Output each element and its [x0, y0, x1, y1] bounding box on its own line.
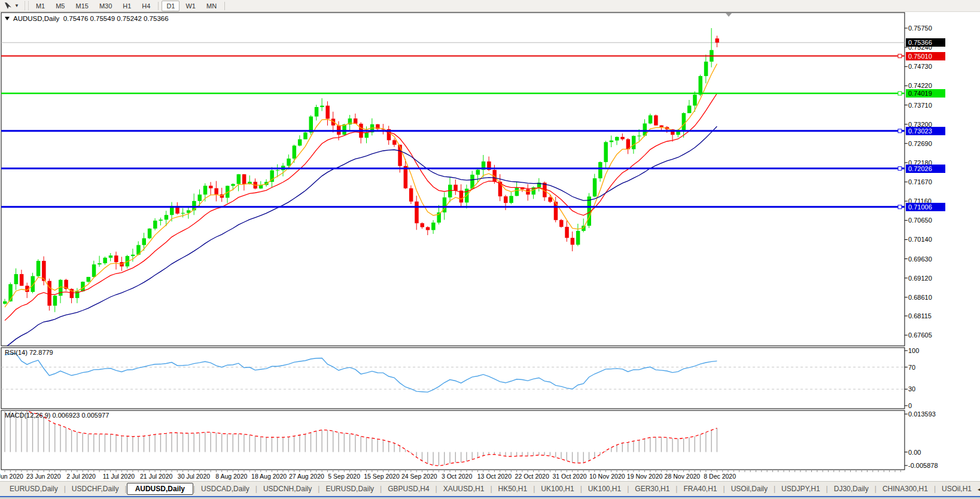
hline-price-badge: 0.72026 — [906, 165, 945, 173]
price-axis-label: 0.75750 — [908, 25, 932, 32]
tab-scroll-left-icon[interactable]: ◂ — [978, 486, 980, 492]
hline-handle[interactable] — [898, 92, 902, 95]
chart-tab-dj30-daily[interactable]: DJ30,Daily — [828, 483, 875, 494]
chart-tab-usdcad-daily[interactable]: USDCAD,Daily — [195, 483, 255, 494]
chart-title: AUDUSD,Daily 0.75476 0.75549 0.75242 0.7… — [5, 15, 169, 22]
current-price-badge: 0.75366 — [906, 38, 945, 47]
rsi-axis-label: 0 — [908, 402, 912, 409]
chart-tab-usoil-daily[interactable]: USOil,Daily — [725, 483, 774, 494]
price-axis-label: 0.71670 — [908, 178, 932, 185]
price-axis-label: 0.72690 — [908, 140, 932, 147]
price-axis-label: 0.69630 — [908, 255, 932, 263]
chart-tab-eurusd-daily[interactable]: EURUSD,Daily — [4, 483, 64, 494]
hline-price-badge: 0.75010 — [906, 52, 945, 60]
chart-tab-ger30-h1[interactable]: GER30,H1 — [629, 483, 675, 494]
chart-tab-usdjpy-h1[interactable]: USDJPY,H1 — [775, 483, 826, 494]
chart-tab-eurusd-daily[interactable]: EURUSD,Daily — [319, 483, 380, 494]
price-axis-label: 0.68610 — [908, 294, 932, 301]
hline-handle[interactable] — [898, 205, 902, 209]
price-axis-label: 0.67605 — [908, 331, 932, 339]
macd-axis-label: -0.005878 — [908, 462, 938, 469]
price-axis-label: 0.70650 — [908, 217, 932, 224]
rsi-axis-label: 70 — [908, 364, 915, 371]
chart-ohlc-values: 0.75476 0.75549 0.75242 0.75366 — [63, 15, 169, 22]
macd-values: 0.006923 0.005977 — [52, 412, 109, 419]
rsi-value: 72.8779 — [29, 349, 53, 356]
price-axis-label: 0.70140 — [908, 236, 932, 243]
price-axis-label: 0.68115 — [908, 312, 932, 320]
chart-tab-usdcnh-daily[interactable]: USDCNH,Daily — [257, 483, 318, 494]
collapse-triangle-icon[interactable] — [5, 17, 10, 20]
hline-price-badge: 0.73023 — [906, 127, 945, 135]
price-axis-label: 0.69120 — [908, 275, 932, 282]
chart-tab-uk100-h1[interactable]: UK100,H1 — [582, 483, 627, 494]
hline-handle[interactable] — [898, 54, 902, 58]
price-axis-label: 0.74730 — [908, 63, 932, 70]
rsi-axis-label: 100 — [908, 347, 919, 354]
chart-tab-usdchf-daily[interactable]: USDCHF,Daily — [66, 483, 125, 494]
chart-tab-china300-h1[interactable]: CHINA300,H1 — [876, 483, 934, 494]
chart-tab-bar: EURUSD,Daily|USDCHF,Daily|AUDUSD,Daily|U… — [0, 481, 980, 496]
chart-tabs: EURUSD,Daily|USDCHF,Daily|AUDUSD,Daily|U… — [4, 483, 978, 495]
price-axis-label: 0.74220 — [908, 82, 932, 89]
chart-tab-usoil-h1[interactable]: USOil,H1 — [936, 483, 978, 494]
macd-axis-label: 0.00 — [908, 449, 921, 456]
hline-handle[interactable] — [898, 167, 902, 171]
chart-tab-gbpusd-h4[interactable]: GBPUSD,H4 — [382, 483, 435, 494]
chart-tab-hk50-h1[interactable]: HK50,H1 — [492, 483, 534, 494]
chart-tab-fra40-h1[interactable]: FRA40,H1 — [677, 483, 723, 494]
chart-symbol: AUDUSD,Daily — [13, 15, 59, 22]
chart-tab-audusd-daily[interactable]: AUDUSD,Daily — [127, 483, 193, 495]
rsi-axis-label: 30 — [908, 385, 915, 392]
date-axis-label: 8 Dec 2020 — [697, 473, 742, 480]
hline-price-badge: 0.74019 — [906, 89, 945, 98]
rsi-label: RSI(14) 72.8779 — [5, 349, 53, 356]
trading-platform-window: { "toolbar": { "nav_icon": "chart-cursor… — [0, 0, 980, 499]
chart-canvas[interactable] — [0, 0, 980, 481]
price-axis-label: 0.73710 — [908, 102, 932, 109]
chart-tab-xauusd-h1[interactable]: XAUUSD,H1 — [437, 483, 491, 494]
macd-axis-label: 0.013593 — [908, 410, 936, 418]
hline-price-badge: 0.71006 — [906, 203, 945, 211]
chart-tab-uk100-h1[interactable]: UK100,H1 — [535, 483, 580, 494]
hline-handle[interactable] — [898, 129, 902, 133]
macd-label: MACD(12,26,9) 0.006923 0.005977 — [5, 412, 109, 419]
bottom-accent-line — [0, 496, 980, 497]
